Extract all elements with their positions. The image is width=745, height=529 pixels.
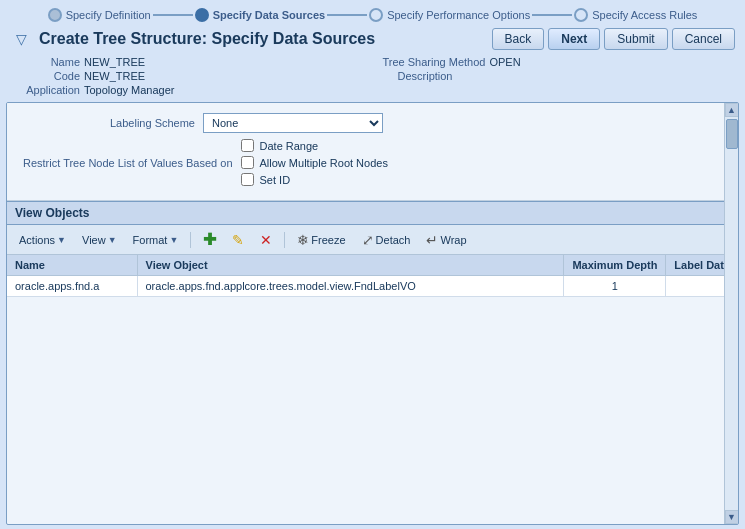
scroll-up-button[interactable]: ▲ (725, 103, 739, 117)
view-menu-button[interactable]: View ▼ (76, 232, 123, 248)
col-header-max-depth: Maximum Depth (564, 255, 666, 276)
edit-icon: ✎ (232, 232, 244, 248)
toolbar: Actions ▼ View ▼ Format ▼ ✚ ✎ (7, 225, 738, 255)
name-label: Name (10, 56, 80, 68)
set-id-row: Set ID (241, 173, 388, 186)
actions-menu-button[interactable]: Actions ▼ (13, 232, 72, 248)
freeze-button[interactable]: ❄ Freeze (291, 230, 351, 250)
cancel-button[interactable]: Cancel (672, 28, 735, 50)
wrap-label: Wrap (440, 234, 466, 246)
restrict-checkboxes: Date Range Allow Multiple Root Nodes Set… (241, 139, 388, 186)
wrap-icon: ↵ (426, 232, 438, 248)
step-label-3[interactable]: Specify Performance Options (387, 9, 530, 21)
checkbox-group: Date Range Allow Multiple Root Nodes Set… (241, 139, 388, 186)
step-circle-1 (48, 8, 62, 22)
cell-name: oracle.apps.fnd.a (7, 276, 137, 297)
wizard-step-2: Specify Data Sources (195, 8, 326, 22)
date-range-label: Date Range (260, 140, 319, 152)
freeze-icon: ❄ (297, 232, 309, 248)
view-chevron-icon: ▼ (108, 235, 117, 245)
code-label: Code (10, 70, 80, 82)
wizard-step-4: Specify Access Rules (574, 8, 697, 22)
col-header-view-object: View Object (137, 255, 564, 276)
delete-icon: ✕ (260, 232, 272, 248)
wizard-step-1: Specify Definition (48, 8, 151, 22)
table-row[interactable]: oracle.apps.fnd.a oracle.apps.fnd.applco… (7, 276, 738, 297)
labeling-scheme-select[interactable]: None Integer Roman Numeral (203, 113, 383, 133)
code-value: NEW_TREE (84, 70, 145, 82)
view-label: View (82, 234, 106, 246)
description-label: Description (383, 70, 453, 82)
step-label-2[interactable]: Specify Data Sources (213, 9, 326, 21)
freeze-label: Freeze (311, 234, 345, 246)
set-id-checkbox[interactable] (241, 173, 254, 186)
name-value: NEW_TREE (84, 56, 145, 68)
meta-description-row: Description (383, 70, 736, 82)
submit-button[interactable]: Submit (604, 28, 667, 50)
header-buttons: Back Next Submit Cancel (492, 28, 735, 50)
format-label: Format (133, 234, 168, 246)
step-circle-3 (369, 8, 383, 22)
detach-icon: ⤢ (362, 232, 374, 248)
app-container: Specify Definition Specify Data Sources … (0, 0, 745, 529)
scrollbar-y: ▲ ▼ (724, 103, 738, 524)
scroll-track (725, 117, 738, 510)
labeling-scheme-label: Labeling Scheme (23, 117, 203, 129)
page-title: Create Tree Structure: Specify Data Sour… (39, 30, 375, 48)
actions-chevron-icon: ▼ (57, 235, 66, 245)
detach-button[interactable]: ⤢ Detach (356, 230, 417, 250)
step-circle-2 (195, 8, 209, 22)
step-connector-1 (153, 14, 193, 16)
next-button[interactable]: Next (548, 28, 600, 50)
date-range-row: Date Range (241, 139, 388, 152)
step-connector-3 (532, 14, 572, 16)
actions-label: Actions (19, 234, 55, 246)
set-id-label: Set ID (260, 174, 291, 186)
scroll-thumb[interactable] (726, 119, 738, 149)
form-section: Labeling Scheme None Integer Roman Numer… (7, 103, 738, 201)
allow-multiple-checkbox[interactable] (241, 156, 254, 169)
format-chevron-icon: ▼ (169, 235, 178, 245)
wizard-steps: Specify Definition Specify Data Sources … (48, 8, 698, 22)
table-title: View Objects (7, 201, 738, 225)
data-table: Name View Object Maximum Depth Label Dat… (7, 255, 738, 524)
step-label-1[interactable]: Specify Definition (66, 9, 151, 21)
restrict-row: Restrict Tree Node List of Values Based … (23, 139, 722, 186)
collapse-icon[interactable]: ▽ (10, 29, 33, 49)
edit-row-button[interactable]: ✎ (226, 230, 250, 250)
restrict-label: Restrict Tree Node List of Values Based … (23, 157, 241, 169)
cell-max-depth: 1 (564, 276, 666, 297)
cell-view-object: oracle.apps.fnd.applcore.trees.model.vie… (137, 276, 564, 297)
wrap-button[interactable]: ↵ Wrap (420, 230, 472, 250)
meta-name-row: Name NEW_TREE (10, 56, 363, 68)
meta-code-row: Code NEW_TREE (10, 70, 363, 82)
table-section: View Objects Actions ▼ View ▼ Format ▼ ✚ (7, 201, 738, 524)
view-objects-table: Name View Object Maximum Depth Label Dat… (7, 255, 738, 297)
detach-label: Detach (376, 234, 411, 246)
metadata-section: Name NEW_TREE Tree Sharing Method OPEN C… (0, 54, 745, 98)
tree-sharing-value: OPEN (489, 56, 520, 68)
add-icon: ✚ (203, 230, 216, 249)
wizard-step-3: Specify Performance Options (369, 8, 530, 22)
application-label: Application (10, 84, 80, 96)
meta-tree-sharing-row: Tree Sharing Method OPEN (383, 56, 736, 68)
meta-application-row: Application Topology Manager (10, 84, 363, 96)
scroll-down-button[interactable]: ▼ (725, 510, 739, 524)
labeling-scheme-control: None Integer Roman Numeral (203, 113, 383, 133)
add-row-button[interactable]: ✚ (197, 228, 222, 251)
allow-multiple-label: Allow Multiple Root Nodes (260, 157, 388, 169)
step-label-4[interactable]: Specify Access Rules (592, 9, 697, 21)
table-header-row: Name View Object Maximum Depth Label Dat… (7, 255, 738, 276)
toolbar-separator-1 (190, 232, 191, 248)
step-connector-2 (327, 14, 367, 16)
back-button[interactable]: Back (492, 28, 545, 50)
tree-sharing-label: Tree Sharing Method (383, 56, 486, 68)
delete-row-button[interactable]: ✕ (254, 230, 278, 250)
date-range-checkbox[interactable] (241, 139, 254, 152)
labeling-scheme-row: Labeling Scheme None Integer Roman Numer… (23, 113, 722, 133)
step-circle-4 (574, 8, 588, 22)
col-header-name: Name (7, 255, 137, 276)
allow-multiple-row: Allow Multiple Root Nodes (241, 156, 388, 169)
main-panel: Labeling Scheme None Integer Roman Numer… (6, 102, 739, 525)
format-menu-button[interactable]: Format ▼ (127, 232, 185, 248)
